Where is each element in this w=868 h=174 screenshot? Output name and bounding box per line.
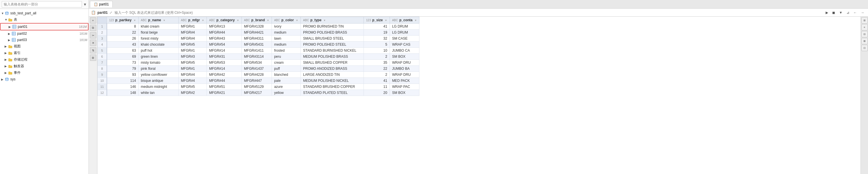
col-header-p_mfgr[interactable]: ABC p_mfgr ▼: [179, 17, 207, 24]
filter-icon[interactable]: ▼: [83, 2, 87, 7]
cell-p_type[interactable]: STANDARD BURNISHED NICKEL: [301, 48, 364, 54]
cell-p_category[interactable]: MFGR#21: [207, 90, 242, 96]
cell-p_size[interactable]: 41: [364, 24, 390, 30]
cell-p_partkey[interactable]: 73: [107, 60, 138, 66]
cell-p_color[interactable]: lawn: [272, 35, 301, 42]
sidebar-item-index_group[interactable]: ▶索引: [0, 50, 89, 56]
cell-p_brand[interactable]: MFGR#447: [242, 78, 272, 84]
cell-p_mfgr[interactable]: MFGR#5: [179, 42, 207, 48]
copy-row-button[interactable]: ⧉: [90, 25, 96, 31]
cell-p_brand[interactable]: MFGR#3114: [242, 54, 272, 60]
cell-p_brand[interactable]: MFGR#4311: [242, 35, 272, 42]
cell-p_name[interactable]: forest misty: [138, 35, 179, 42]
nav-back-button[interactable]: ←: [852, 10, 858, 16]
cell-p_mfgr[interactable]: MFGR#5: [179, 84, 207, 90]
cell-p_color[interactable]: medium: [272, 42, 301, 48]
cell-p_type[interactable]: PROMO POLISHED BRASS: [301, 30, 364, 35]
sidebar-item-tables_group[interactable]: ▼表: [0, 16, 89, 23]
cell-p_partkey[interactable]: 148: [107, 90, 138, 96]
cell-p_color[interactable]: pale: [272, 78, 301, 84]
cell-p_type[interactable]: PROMO BURNISHED TIN: [301, 24, 364, 30]
cell-p_name[interactable]: pink floral: [138, 66, 179, 72]
cell-p_category[interactable]: MFGR#43: [207, 35, 242, 42]
table-row[interactable]: 773misty tomatoMFGR#5MFGR#53MFGR#534crea…: [98, 60, 420, 66]
cell-p_brand[interactable]: MFGR#5431: [242, 42, 272, 48]
sidebar-item-stored_proc_group[interactable]: ▶存储过程: [0, 56, 89, 63]
cell-p_brand[interactable]: MFGR#4228: [242, 72, 272, 78]
cell-p_mfgr[interactable]: MFGR#3: [179, 54, 207, 60]
cell-p_size[interactable]: 5: [364, 42, 390, 48]
table-row[interactable]: 10114bisque antiqueMFGR#4MFGR#44MFGR#447…: [98, 78, 420, 84]
cell-p_type[interactable]: STANDARD PLATED STEEL: [301, 90, 364, 96]
right-tool-1[interactable]: ⊞: [861, 17, 868, 24]
cell-p_brand[interactable]: MFGR#1411: [242, 48, 272, 54]
right-tool-2[interactable]: ≡: [861, 24, 868, 30]
table-row[interactable]: 993yellow cornflowerMFGR#4MFGR#42MFGR#42…: [98, 72, 420, 78]
cell-p_size[interactable]: 35: [364, 60, 390, 66]
cell-p_brand[interactable]: MFGR#1328: [242, 24, 272, 30]
col-header-p_brand[interactable]: ABC p_brand ▼: [242, 17, 272, 24]
cell-p_category[interactable]: MFGR#13: [207, 24, 242, 30]
cell-p_size[interactable]: 22: [364, 66, 390, 72]
cell-p_conta[interactable]: WRAP DRU: [390, 72, 420, 78]
cell-p_conta[interactable]: SM CASE: [390, 35, 420, 42]
col-header-p_name[interactable]: ABC p_name ▼: [138, 17, 179, 24]
add-row-button[interactable]: +: [90, 17, 96, 24]
sidebar-item-ssb_test_part_all[interactable]: ▼ssb_test_part_all: [0, 10, 89, 16]
cell-p_name[interactable]: misty tomato: [138, 60, 179, 66]
cell-p_type[interactable]: PROMO POLISHED STEEL: [301, 42, 364, 48]
run-button[interactable]: ▶: [824, 10, 830, 16]
cell-p_mfgr[interactable]: MFGR#5: [179, 60, 207, 66]
cell-p_partkey[interactable]: 69: [107, 54, 138, 60]
cell-p_conta[interactable]: LG DRUM: [390, 30, 420, 35]
cell-p_conta[interactable]: WRAP DRU: [390, 60, 420, 66]
table-row[interactable]: 326forest mistyMFGR#4MFGR#43MFGR#4311law…: [98, 35, 420, 42]
cell-p_color[interactable]: peru: [272, 54, 301, 60]
sidebar-item-part02[interactable]: ▶part02181M: [0, 30, 89, 37]
data-table-wrapper[interactable]: 123 p_partkey ▼ABC p_name ▼ABC p_mfgr ▼A…: [97, 17, 861, 174]
right-tool-3[interactable]: ⊟: [861, 31, 868, 37]
table-row[interactable]: 563puff hotMFGR#1MFGR#14MFGR#1411frosted…: [98, 48, 420, 54]
sql-filter-input[interactable]: [115, 10, 824, 15]
cell-p_name[interactable]: khaki chocolate: [138, 42, 179, 48]
cell-p_size[interactable]: 32: [364, 35, 390, 42]
sidebar-item-part03[interactable]: ▶part03181M: [0, 37, 89, 43]
cell-p_conta[interactable]: LG DRUM: [390, 24, 420, 30]
cell-p_category[interactable]: MFGR#44: [207, 30, 242, 35]
cell-p_brand[interactable]: MFGR#217: [242, 90, 272, 96]
cell-p_color[interactable]: blanched: [272, 72, 301, 78]
cut-row-button[interactable]: ✂: [90, 32, 96, 39]
cell-p_name[interactable]: floral beige: [138, 30, 179, 35]
sidebar-item-part01[interactable]: ▶part01181M: [0, 23, 89, 30]
cell-p_partkey[interactable]: 43: [107, 42, 138, 48]
right-tool-4[interactable]: ⊠: [861, 38, 868, 44]
cell-p_name[interactable]: medium midnight: [138, 84, 179, 90]
stop-button[interactable]: ◼: [831, 10, 836, 16]
cell-p_category[interactable]: MFGR#54: [207, 42, 242, 48]
cell-p_color[interactable]: puff: [272, 66, 301, 72]
col-header-p_conta[interactable]: ABC p_conta ▼: [390, 17, 420, 24]
cell-p_color[interactable]: medium: [272, 30, 301, 35]
cell-p_type[interactable]: LARGE ANODIZED TIN: [301, 72, 364, 78]
cell-p_mfgr[interactable]: MFGR#1: [179, 66, 207, 72]
cell-p_size[interactable]: 2: [364, 54, 390, 60]
cell-p_category[interactable]: MFGR#51: [207, 84, 242, 90]
cell-p_conta[interactable]: JUMBO BA: [390, 66, 420, 72]
cell-p_category[interactable]: MFGR#14: [207, 48, 242, 54]
filter-active-button[interactable]: ⊿: [845, 10, 851, 16]
cell-p_brand[interactable]: MFGR#534: [242, 60, 272, 66]
cell-p_conta[interactable]: MED PACK: [390, 78, 420, 84]
cell-p_name[interactable]: khaki cream: [138, 24, 179, 30]
cell-p_type[interactable]: MEDIUM POLISHED NICKEL: [301, 78, 364, 84]
col-header-p_partkey[interactable]: 123 p_partkey ▼: [107, 17, 138, 24]
cell-p_color[interactable]: ivory: [272, 24, 301, 30]
table-row[interactable]: 222floral beigeMFGR#4MFGR#44MFGR#4421med…: [98, 30, 420, 35]
cell-p_partkey[interactable]: 93: [107, 72, 138, 78]
cell-p_conta[interactable]: WRAP CAS: [390, 42, 420, 48]
cell-p_category[interactable]: MFGR#42: [207, 72, 242, 78]
cell-p_category[interactable]: MFGR#44: [207, 78, 242, 84]
col-header-p_category[interactable]: ABC p_category ▼: [207, 17, 242, 24]
cell-p_category[interactable]: MFGR#14: [207, 66, 242, 72]
cell-p_size[interactable]: 41: [364, 78, 390, 84]
cell-p_partkey[interactable]: 146: [107, 84, 138, 90]
